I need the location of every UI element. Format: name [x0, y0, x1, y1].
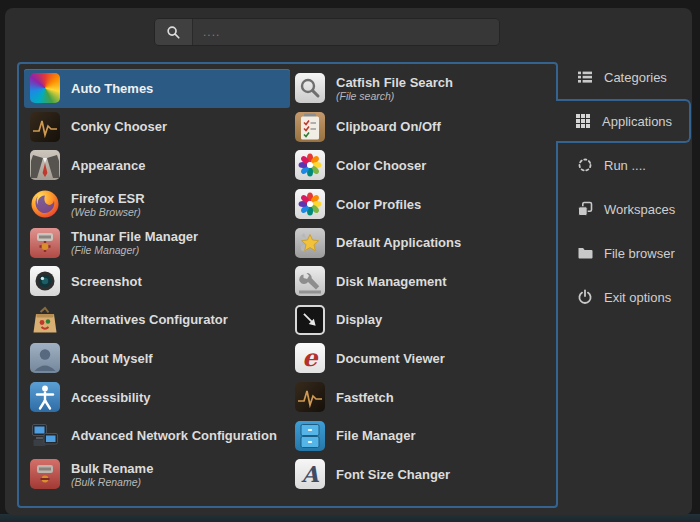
app-item-label: Appearance — [71, 158, 145, 173]
app-item-color-chooser[interactable]: Color Chooser — [289, 146, 551, 185]
sidebar-item-label: Run .... — [604, 158, 646, 173]
app-item-label: File Manager — [336, 428, 415, 443]
conky-chooser-icon — [30, 112, 60, 142]
app-item-label: Font Size Changer — [336, 467, 450, 482]
file-cabinet-icon — [295, 421, 325, 451]
sidebar-item-exit-options[interactable]: Exit options — [556, 275, 691, 319]
app-item-label: Clipboard On/Off — [336, 119, 441, 134]
auto-themes-icon — [30, 73, 60, 103]
app-item-disk-management[interactable]: Disk Management — [289, 262, 551, 301]
clipboard-icon — [295, 112, 325, 142]
app-column-left: Auto Themes Conky Chooser Appearance Fir… — [24, 69, 290, 494]
app-item-label: Firefox ESR — [71, 191, 145, 206]
sidebar-item-workspaces[interactable]: Workspaces — [556, 187, 691, 231]
folder-icon — [577, 245, 593, 261]
app-item-label: Document Viewer — [336, 351, 445, 366]
sidebar-item-label: Applications — [602, 114, 672, 129]
power-icon — [577, 289, 593, 305]
document-viewer-icon: e — [295, 343, 325, 373]
app-column-right: Catfish File Search (File search) Clipbo… — [289, 69, 551, 494]
app-item-label: Bulk Rename — [71, 461, 153, 476]
sidebar-item-applications[interactable]: Applications — [556, 99, 691, 143]
sidebar-item-categories[interactable]: Categories — [556, 55, 691, 99]
app-item-subtitle: (File Manager) — [71, 244, 198, 256]
app-item-catfish-file-search[interactable]: Catfish File Search (File search) — [289, 69, 551, 108]
app-item-appearance[interactable]: Appearance — [24, 146, 290, 185]
app-item-label: Conky Chooser — [71, 119, 167, 134]
sidebar-item-label: File browser — [604, 246, 675, 261]
display-icon — [295, 305, 325, 335]
app-item-color-profiles[interactable]: Color Profiles — [289, 185, 551, 224]
app-item-screenshot[interactable]: Screenshot — [24, 262, 290, 301]
app-item-subtitle: (Web Browser) — [71, 206, 145, 218]
sidebar-item-file-browser[interactable]: File browser — [556, 231, 691, 275]
color-flower-icon — [295, 189, 325, 219]
bottom-edge-strip — [0, 514, 700, 522]
app-item-firefox-esr[interactable]: Firefox ESR (Web Browser) — [24, 185, 290, 224]
app-item-clipboard-on-off[interactable]: Clipboard On/Off — [289, 108, 551, 147]
app-item-alternatives-configurator[interactable]: Alternatives Configurator — [24, 301, 290, 340]
applications-grid-icon — [575, 113, 591, 129]
app-item-label: Catfish File Search — [336, 75, 453, 90]
network-icon — [30, 421, 60, 451]
thunar-icon — [30, 228, 60, 258]
workspaces-icon — [577, 201, 593, 217]
font-size-icon: A — [295, 459, 325, 489]
app-item-subtitle: (File search) — [336, 90, 453, 102]
sidebar-item-label: Categories — [604, 70, 667, 85]
disk-management-icon — [295, 266, 325, 296]
app-item-default-applications[interactable]: Default Applications — [289, 223, 551, 262]
sidebar-item-label: Exit options — [604, 290, 671, 305]
screenshot-icon — [30, 266, 60, 296]
app-item-fastfetch[interactable]: Fastfetch — [289, 378, 551, 417]
app-item-label: Auto Themes — [71, 81, 153, 96]
search-input[interactable] — [193, 19, 499, 45]
sidebar-item-run[interactable]: Run .... — [556, 143, 691, 187]
search-icon — [155, 19, 193, 45]
bulk-rename-icon — [30, 459, 60, 489]
sidebar-menu: Categories Applications Run .... Workspa… — [556, 55, 691, 319]
app-item-label: Fastfetch — [336, 390, 394, 405]
app-item-auto-themes[interactable]: Auto Themes — [24, 69, 290, 108]
app-item-about-myself[interactable]: About Myself — [24, 339, 290, 378]
app-item-label: Alternatives Configurator — [71, 312, 228, 327]
alternatives-icon — [30, 305, 60, 335]
color-flower-icon — [295, 150, 325, 180]
fastfetch-icon — [295, 382, 325, 412]
search-bar[interactable] — [154, 18, 500, 46]
accessibility-icon — [30, 382, 60, 412]
applications-panel: Auto Themes Conky Chooser Appearance Fir… — [17, 62, 558, 508]
categories-icon — [577, 69, 593, 85]
app-item-label: Advanced Network Configuration — [71, 428, 277, 443]
app-item-accessibility[interactable]: Accessibility — [24, 378, 290, 417]
app-item-label: Display — [336, 312, 382, 327]
app-item-label: Screenshot — [71, 274, 142, 289]
app-item-label: Color Chooser — [336, 158, 426, 173]
sidebar-item-label: Workspaces — [604, 202, 675, 217]
app-item-bulk-rename[interactable]: Bulk Rename (Bulk Rename) — [24, 455, 290, 494]
app-item-advanced-network-configuration[interactable]: Advanced Network Configuration — [24, 416, 290, 455]
app-item-label: Default Applications — [336, 235, 461, 250]
app-menu-window: Auto Themes Conky Chooser Appearance Fir… — [5, 8, 692, 515]
app-item-label: About Myself — [71, 351, 153, 366]
app-item-label: Thunar File Manager — [71, 229, 198, 244]
app-item-display[interactable]: Display — [289, 301, 551, 340]
firefox-icon — [30, 189, 60, 219]
app-item-conky-chooser[interactable]: Conky Chooser — [24, 108, 290, 147]
app-item-file-manager[interactable]: File Manager — [289, 416, 551, 455]
app-item-label: Color Profiles — [336, 197, 421, 212]
app-item-document-viewer[interactable]: e Document Viewer — [289, 339, 551, 378]
run-icon — [577, 157, 593, 173]
app-item-font-size-changer[interactable]: A Font Size Changer — [289, 455, 551, 494]
app-item-subtitle: (Bulk Rename) — [71, 476, 153, 488]
catfish-search-icon — [295, 73, 325, 103]
app-item-label: Disk Management — [336, 274, 447, 289]
app-item-thunar-file-manager[interactable]: Thunar File Manager (File Manager) — [24, 223, 290, 262]
default-apps-icon — [295, 228, 325, 258]
appearance-icon — [30, 150, 60, 180]
app-item-label: Accessibility — [71, 390, 151, 405]
about-myself-icon — [30, 343, 60, 373]
